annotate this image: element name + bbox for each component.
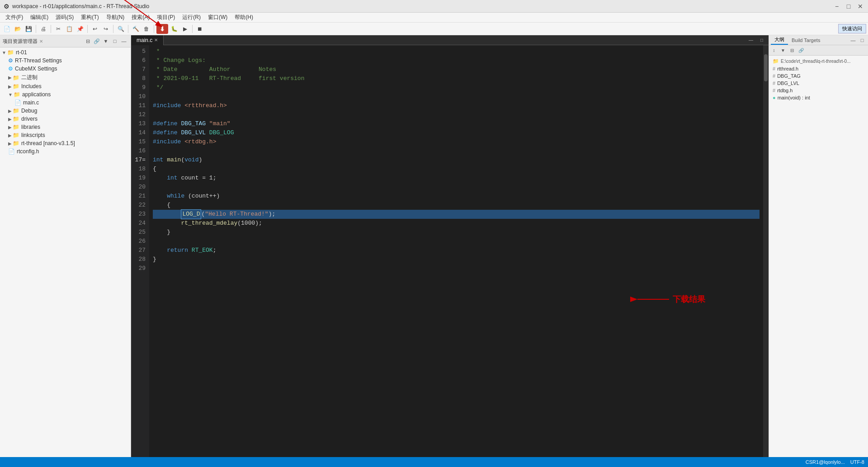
minimize-button[interactable]: − xyxy=(833,2,841,10)
tree-label-binary: 二进制 xyxy=(21,74,38,81)
outline-folder-icon: 📁 xyxy=(773,58,779,64)
editor-min-button[interactable]: — xyxy=(746,35,756,45)
tab-close-mainc[interactable]: ✕ xyxy=(154,38,158,42)
tree-item-applications[interactable]: ▼ 📁 applications xyxy=(0,90,131,99)
tree-item-root[interactable]: ▼ 📁 rt-01 xyxy=(0,48,131,57)
explorer-title: 项目资源管理器 xyxy=(3,38,38,45)
menu-run[interactable]: 运行(R) xyxy=(179,13,204,22)
outline-item-main-func[interactable]: ● main(void) : int xyxy=(771,94,866,101)
code-line-9: */ xyxy=(153,83,760,92)
menu-source[interactable]: 源码(S) xyxy=(52,13,77,22)
build-button[interactable]: 🔨 xyxy=(131,24,141,34)
quick-access-button[interactable]: 快速访问 xyxy=(838,24,866,33)
tree-item-debug[interactable]: ▶ 📁 Debug xyxy=(0,107,131,115)
toolbar-sep-2 xyxy=(51,25,51,33)
right-panel-max-button[interactable]: □ xyxy=(858,36,866,44)
line-num-23: 23 xyxy=(131,210,149,219)
outline-define-icon-2: # xyxy=(773,80,775,86)
debug-button[interactable]: 🐛 xyxy=(169,24,179,34)
open-button[interactable]: 📂 xyxy=(13,24,23,34)
scrollbar-thumb[interactable] xyxy=(764,54,768,81)
menu-file[interactable]: 文件(F) xyxy=(2,13,27,22)
redo-button[interactable]: ↪ xyxy=(101,24,111,34)
new-button[interactable]: 📄 xyxy=(2,24,12,34)
menu-help[interactable]: 帮助(H) xyxy=(231,13,257,22)
close-button[interactable]: ✕ xyxy=(856,2,864,10)
menu-refactor[interactable]: 重构(T) xyxy=(77,13,102,22)
tree-item-includes[interactable]: ▶ 📁 Includes xyxy=(0,82,131,90)
status-bar: CSR1@lqonlylo... UTF-8 xyxy=(0,457,868,467)
explorer-more-button[interactable]: ▼ xyxy=(102,37,110,45)
copy-button[interactable]: 📋 xyxy=(64,24,74,34)
code-area[interactable]: * * Change Logs: * Date Author Notes * 2… xyxy=(149,45,763,462)
tree-label-applications: applications xyxy=(22,91,51,98)
stop-button[interactable]: ⏹ xyxy=(195,24,205,34)
outline-sort-button[interactable]: ↕ xyxy=(770,46,778,54)
outline-item-dbg-tag[interactable]: # DBG_TAG xyxy=(771,72,866,80)
search-toolbar-button[interactable]: 🔍 xyxy=(116,24,126,34)
outline-item-dbg-lvl[interactable]: # DBG_LVL xyxy=(771,80,866,87)
explorer-minimize-button[interactable]: — xyxy=(120,37,128,45)
undo-button[interactable]: ↩ xyxy=(90,24,100,34)
outline-include-icon-2: # xyxy=(773,88,775,93)
tree-item-rtconfigh[interactable]: 📄 rtconfig.h xyxy=(0,147,131,156)
tree-item-rtthread[interactable]: ▶ 📁 rt-thread [nano-v3.1.5] xyxy=(0,139,131,147)
print-button[interactable]: 🖨 xyxy=(38,24,48,34)
line-num-27: 27 xyxy=(131,246,149,255)
expand-icon-includes: ▶ xyxy=(8,84,12,89)
line-num-5: 5 xyxy=(131,47,149,56)
outline-item-rtthread-h[interactable]: # rtthread.h xyxy=(771,65,866,72)
tab-build-targets[interactable]: Build Targets xyxy=(788,37,824,44)
vertical-scrollbar[interactable] xyxy=(763,45,769,462)
save-button[interactable]: 💾 xyxy=(24,24,33,34)
folder-icon-linkscripts: 📁 xyxy=(13,132,19,138)
line-num-21: 21 xyxy=(131,192,149,201)
tree-item-cubemx-settings[interactable]: ⚙ CubeMX Settings xyxy=(0,65,131,73)
tree-item-mainc[interactable]: 📄 main.c xyxy=(0,99,131,107)
tree-item-libraries[interactable]: ▶ 📁 libraries xyxy=(0,123,131,131)
outline-item-path[interactable]: 📁 E:\code\rt_thread\lq-rt-thread\rt-0... xyxy=(771,57,866,65)
main-layout: 项目资源管理器 ✕ ⊟ 🔗 ▼ □ — ▼ 📁 rt-01 ⚙ RT-Threa… xyxy=(0,35,868,467)
tree-item-rtthread-settings[interactable]: ⚙ RT-Thread Settings xyxy=(0,57,131,65)
title-bar: ⚙ workspace - rt-01/applications/main.c … xyxy=(0,0,868,13)
tree-label-linkscripts: linkscripts xyxy=(21,132,45,138)
menu-search[interactable]: 搜索(A) xyxy=(128,13,153,22)
run-button[interactable]: ▶ xyxy=(180,24,190,34)
explorer-close-icon[interactable]: ✕ xyxy=(39,39,43,44)
right-panel-min-button[interactable]: — xyxy=(849,36,857,44)
cut-button[interactable]: ✂ xyxy=(53,24,63,34)
expand-icon-rtthread: ▶ xyxy=(8,141,12,146)
menu-project[interactable]: 项目(P) xyxy=(153,13,179,22)
menu-navigate[interactable]: 导航(N) xyxy=(103,13,128,22)
menu-edit[interactable]: 编辑(E) xyxy=(27,13,52,22)
line-num-10: 10 xyxy=(131,92,149,101)
folder-icon-includes: 📁 xyxy=(13,83,19,90)
outline-link-button[interactable]: 🔗 xyxy=(797,46,805,54)
clean-button[interactable]: 🗑 xyxy=(142,24,151,34)
code-line-19: int count = 1; xyxy=(153,174,760,183)
expand-icon-drivers: ▶ xyxy=(8,117,12,122)
collapse-all-button[interactable]: ⊟ xyxy=(84,37,92,45)
download-button[interactable]: ⬇ xyxy=(156,24,168,34)
explorer-maximize-button[interactable]: □ xyxy=(111,37,119,45)
menu-window[interactable]: 窗口(W) xyxy=(204,13,231,22)
tree-item-drivers[interactable]: ▶ 📁 drivers xyxy=(0,115,131,123)
outline-filter-button[interactable]: ▼ xyxy=(779,46,787,54)
editor-max-button[interactable]: □ xyxy=(757,35,767,45)
tab-mainc[interactable]: main.c ✕ xyxy=(131,35,164,45)
tree-label-debug: Debug xyxy=(21,108,37,114)
tree-item-linkscripts[interactable]: ▶ 📁 linkscripts xyxy=(0,131,131,139)
tree-label-includes: Includes xyxy=(21,83,42,90)
tab-outline[interactable]: 大纲 xyxy=(771,35,788,45)
restore-button[interactable]: □ xyxy=(844,2,853,10)
outline-collapse-button[interactable]: ⊟ xyxy=(788,46,796,54)
outline-item-rtdbg-h[interactable]: # rtdbg.h xyxy=(771,87,866,94)
line-num-25: 25 xyxy=(131,228,149,237)
tree-label-mainc: main.c xyxy=(23,99,39,106)
code-line-24: rt_thread_mdelay(1000); xyxy=(153,219,760,228)
tree-item-binary[interactable]: ▶ 📁 二进制 xyxy=(0,73,131,82)
paste-button[interactable]: 📌 xyxy=(75,24,85,34)
link-editor-button[interactable]: 🔗 xyxy=(93,37,101,45)
tree-label-rtconfigh: rtconfig.h xyxy=(17,148,39,155)
toolbar-sep-7 xyxy=(192,25,193,33)
